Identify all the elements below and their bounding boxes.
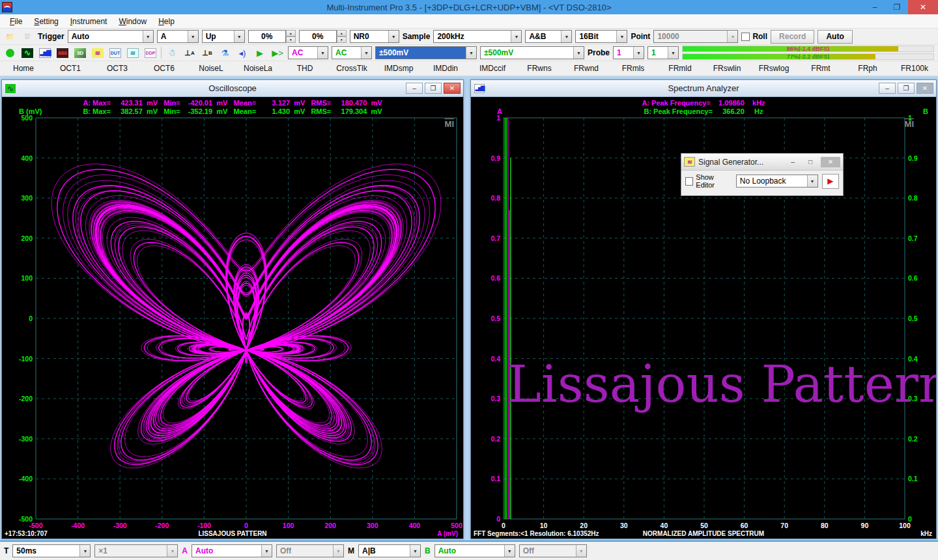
channel-a-mode-select[interactable]: Auto▼ (192, 544, 272, 557)
sample-channels-select[interactable]: A&B▼ (525, 30, 572, 43)
play-loop-icon[interactable]: ▶˃ (270, 46, 285, 59)
oscilloscope-icon[interactable]: ∿ (20, 46, 35, 59)
math-mode-select[interactable]: A|B▼ (358, 544, 421, 557)
trigger-source-select[interactable]: A▼ (157, 30, 199, 43)
play-icon[interactable]: ▶ (253, 46, 267, 59)
roll-checkbox[interactable]: Roll (741, 32, 767, 41)
svg-text:-200: -200 (19, 395, 33, 402)
show-editor-checkbox[interactable]: Show Editor (685, 173, 732, 189)
noise-rejection-select[interactable]: NR0▼ (350, 30, 399, 43)
panel-tab-thd[interactable]: THD (281, 61, 328, 76)
save-icon[interactable]: ⛆ (20, 30, 35, 43)
panel-tab-oct1[interactable]: OCT1 (47, 61, 94, 76)
lcr-meter-icon[interactable]: ☃ (165, 46, 179, 59)
derived-spectrum-icon[interactable]: ≋ (126, 46, 140, 59)
panel-tab-fr100k[interactable]: FR100k (891, 61, 938, 76)
dut-test-icon[interactable]: DUT (108, 46, 122, 59)
panel-tab-noisel[interactable]: NoiseL (188, 61, 234, 76)
menu-item-setting[interactable]: Setting (28, 16, 64, 27)
svg-text:100: 100 (283, 522, 294, 528)
chevron-down-icon: ▼ (143, 31, 153, 42)
channel-a-peak: A: Peak Frequency= 1.09860 kHz (471, 99, 936, 107)
probe-b-select[interactable]: 1▼ (647, 46, 679, 59)
menu-item-help[interactable]: Help (152, 16, 180, 27)
chevron-down-icon: ▼ (261, 545, 272, 557)
open-file-icon[interactable]: 📁 (3, 30, 17, 43)
x-axis-unit-label: A (mV) (437, 530, 458, 537)
svg-text:10: 10 (540, 522, 548, 528)
panel-tab-oct6[interactable]: OCT6 (141, 61, 188, 76)
trigger-edge-select[interactable]: Up▼ (202, 30, 245, 43)
auto-button[interactable]: Auto (817, 30, 852, 44)
svg-text:0.1: 0.1 (490, 475, 500, 483)
run-stop-icon[interactable] (3, 46, 17, 59)
panel-tab-imddin[interactable]: IMDdin (422, 61, 469, 76)
spectrum-chart-title: NORMALIZED AMPLITUDE SPECTRUM (471, 530, 936, 537)
x-axis-unit-label: kHz (920, 530, 932, 537)
minimize-icon[interactable]: – (406, 83, 423, 94)
marker-a-icon[interactable]: ⊥A (182, 46, 197, 59)
panel-tab-noisela[interactable]: NoiseLa (234, 61, 281, 76)
chevron-down-icon: ▼ (616, 31, 627, 42)
sound-output-icon[interactable]: ◂) (235, 46, 249, 59)
chevron-down-icon: ▼ (573, 47, 584, 59)
minimize-icon[interactable]: – (879, 83, 896, 94)
close-icon[interactable]: ✕ (821, 157, 840, 167)
sample-bits-select[interactable]: 16Bit▼ (575, 30, 627, 43)
timebase-select[interactable]: 50ms▼ (12, 544, 91, 557)
spectrum-titlebar[interactable]: ▂▅▇ Spectrum Analyzer – ❐ ✕ (471, 80, 936, 97)
panel-tab-frswlog[interactable]: FRswlog (750, 61, 797, 76)
sample-rate-select[interactable]: 200kHz▼ (433, 30, 522, 43)
marker-b-icon[interactable]: ⊥B (200, 46, 214, 59)
svg-text:0.1: 0.1 (908, 475, 918, 483)
close-icon[interactable]: ✕ (444, 83, 461, 94)
svg-text:100: 100 (21, 274, 33, 282)
oscilloscope-titlebar[interactable]: ∿ Oscilloscope – ❐ ✕ (2, 80, 463, 97)
panel-tab-frmld[interactable]: FRmld (657, 61, 704, 76)
panel-tab-crosstlk[interactable]: CrossTlk (328, 61, 375, 76)
panel-tab-frwnd[interactable]: FRwnd (563, 61, 610, 76)
panel-tab-imdccif[interactable]: IMDccif (469, 61, 516, 76)
svg-text:70: 70 (780, 522, 788, 528)
signal-generator-titlebar[interactable]: ≋ Signal Generator... – □ ✕ (681, 154, 843, 171)
panel-tab-imdsmp[interactable]: IMDsmp (375, 61, 422, 76)
close-icon[interactable]: ✕ (917, 83, 933, 94)
panel-tab-frwns[interactable]: FRwns (516, 61, 563, 76)
panel-tab-frph[interactable]: FRph (844, 61, 891, 76)
panel-tab-home[interactable]: Home (0, 61, 47, 76)
menu-item-file[interactable]: File (4, 16, 28, 27)
title-bar: Multi-Instrument Pro 3.5 - [+3DP+DLG+LCR… (0, 0, 938, 14)
restore-icon[interactable]: ❐ (425, 83, 442, 94)
panel-tab-oct3[interactable]: OCT3 (94, 61, 141, 76)
zoom-select: ×1▼ (94, 544, 178, 557)
probe-a-select[interactable]: 1▼ (613, 46, 644, 59)
svg-text:400: 400 (409, 522, 421, 528)
panel-tab-frmls[interactable]: FRmls (610, 61, 657, 76)
range-a-select[interactable]: ±500mV▼ (375, 46, 477, 59)
signal-generator-window: ≋ Signal Generator... – □ ✕ Show Editor … (681, 153, 844, 196)
multimeter-icon[interactable]: 888 (55, 46, 70, 59)
probe-calibration-icon[interactable]: ⚗ (218, 46, 232, 59)
panel-tab-frmt[interactable]: FRmt (797, 61, 844, 76)
menu-item-window[interactable]: Window (113, 16, 152, 27)
loopback-select[interactable]: No Loopback▼ (736, 175, 818, 188)
channel-b-mode-select[interactable]: Auto▼ (434, 544, 515, 557)
svg-text:-400: -400 (71, 522, 85, 528)
trigger-delay-stepper[interactable]: 0%▲▼ (299, 30, 347, 43)
generator-play-button[interactable]: ▶ (822, 174, 839, 189)
signal-generator-icon[interactable]: ≋ (91, 46, 105, 59)
menu-item-instrument[interactable]: Instrument (64, 16, 113, 27)
coupling-a-select[interactable]: AC▼ (288, 46, 328, 59)
range-b-select[interactable]: ±500mV▼ (480, 46, 584, 59)
restore-icon[interactable]: □ (803, 157, 817, 167)
ddp-viewer-icon[interactable]: DDP (143, 46, 158, 59)
spectrum-analyzer-icon[interactable]: ▂▅▇ (38, 46, 52, 59)
spectrum-3d-plot-icon[interactable]: 3D (73, 46, 87, 59)
coupling-b-select[interactable]: AC▼ (332, 46, 372, 59)
trigger-level-stepper[interactable]: 0%▲▼ (248, 30, 296, 43)
oscilloscope-display: A: Max= 423.31 mV Min= -420.01 mV Mean= … (2, 97, 463, 539)
panel-tab-frswlin[interactable]: FRswlin (704, 61, 750, 76)
restore-icon[interactable]: ❐ (898, 83, 915, 94)
minimize-icon[interactable]: – (786, 157, 800, 167)
trigger-mode-select[interactable]: Auto▼ (68, 30, 154, 43)
